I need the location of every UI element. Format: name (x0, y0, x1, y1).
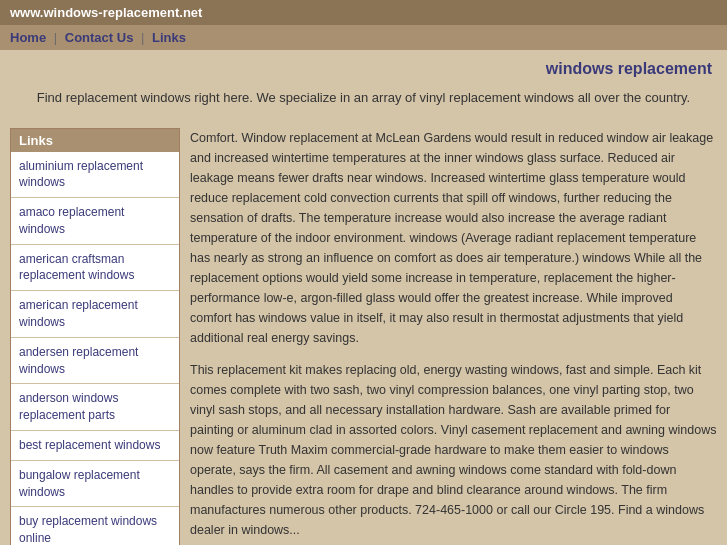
page-title-bar: windows replacement (0, 50, 727, 84)
sidebar-link-item[interactable]: best replacement windows (11, 431, 179, 461)
content-area: Links aluminium replacement windowsamaco… (0, 122, 727, 546)
intro-text: Find replacement windows right here. We … (15, 88, 712, 108)
sidebar-link-item[interactable]: anderson windows replacement parts (11, 384, 179, 431)
sidebar-link-item[interactable]: andersen replacement windows (11, 338, 179, 385)
main-paragraph-2: This replacement kit makes replacing old… (190, 360, 717, 540)
nav-links[interactable]: Links (152, 30, 186, 45)
sidebar: Links aluminium replacement windowsamaco… (10, 128, 180, 546)
sidebar-link-item[interactable]: aluminium replacement windows (11, 152, 179, 199)
nav-bar: Home | Contact Us | Links (0, 25, 727, 50)
intro-section: Find replacement windows right here. We … (0, 84, 727, 122)
sidebar-link-item[interactable]: american replacement windows (11, 291, 179, 338)
sidebar-link-item[interactable]: bungalow replacement windows (11, 461, 179, 508)
nav-contact[interactable]: Contact Us (65, 30, 134, 45)
page-title: windows replacement (546, 60, 712, 77)
domain-text: www.windows-replacement.net (10, 5, 202, 20)
sidebar-link-item[interactable]: american craftsman replacement windows (11, 245, 179, 292)
main-paragraph-1: Comfort. Window replacement at McLean Ga… (190, 128, 717, 348)
sidebar-links: aluminium replacement windowsamaco repla… (11, 152, 179, 546)
main-content: Comfort. Window replacement at McLean Ga… (190, 128, 717, 546)
sidebar-title: Links (11, 129, 179, 152)
header-bar: www.windows-replacement.net (0, 0, 727, 25)
sidebar-link-item[interactable]: buy replacement windows online (11, 507, 179, 545)
sidebar-link-item[interactable]: amaco replacement windows (11, 198, 179, 245)
nav-home[interactable]: Home (10, 30, 46, 45)
